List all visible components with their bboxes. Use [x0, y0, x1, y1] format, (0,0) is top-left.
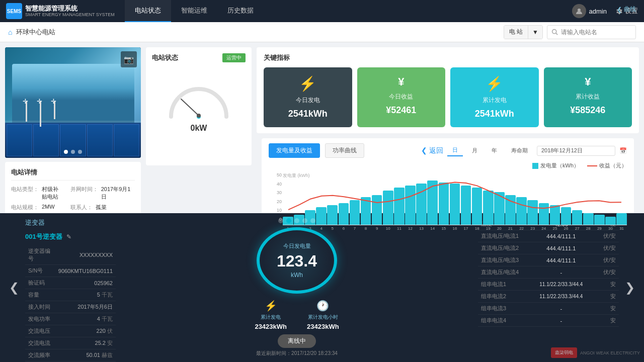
search-input[interactable]: [561, 29, 631, 36]
top-navigation: SEMS 智慧能源管理系统 SMART ENERGY MANAGEMENT SY…: [0, 0, 644, 22]
table-row: 接入时间 2017年5月6日: [25, 301, 116, 313]
metric-icon-2: ⚡: [486, 75, 503, 92]
inv-metric-value-1: 444.4/111.1: [528, 230, 594, 242]
inv-dot-3[interactable]: [294, 218, 299, 223]
inv-metric-unit-3: 伏/安: [594, 254, 619, 266]
inverter-edit-btn[interactable]: ✎: [66, 233, 71, 240]
home-icon: ⌂: [8, 28, 12, 36]
inv-metric-label-4: 直流电压/电流4: [478, 266, 528, 279]
gauge-display-value: 0kW: [191, 124, 207, 133]
metric-value-3: ¥585246: [570, 105, 605, 116]
metric-icon-0: ⚡: [299, 75, 316, 92]
chart-controls: ❮ 返回 日 月 年 寿命期 📅: [421, 145, 627, 156]
inv-cumpower-label: 累计发电: [261, 314, 281, 321]
inv-field-label-4: 接入时间: [25, 301, 55, 313]
metrics-card: 关键指标 ⚡ 今日发电 2541kWh ¥ 今日收益 ¥52461 ⚡ 累计发电: [257, 47, 639, 133]
inv-metric-unit-4: 伏/安: [594, 266, 619, 279]
y-axis: 50403020100: [269, 172, 282, 222]
inv-metric-label-2: 直流电压/电流2: [478, 242, 528, 254]
table-row: 组串电流4 - 安: [478, 315, 619, 327]
chart-tab-power[interactable]: 发电量及收益: [269, 143, 320, 158]
metric-label-1: 今日收益: [389, 93, 413, 101]
x-label-26: 27: [572, 226, 583, 231]
image-dot-3[interactable]: [78, 150, 82, 154]
chart-tab-power-curve[interactable]: 功率曲线: [325, 143, 364, 158]
date-picker[interactable]: [537, 146, 615, 156]
user-menu[interactable]: admin: [572, 4, 607, 18]
inverter-bottom-stats: ⚡ 累计发电 23423kWh 🕐 累计发电小时 23423kWh: [255, 300, 339, 330]
offline-btn[interactable]: 离线中: [278, 334, 316, 348]
inv-metric-label-6: 组串电流2: [478, 291, 528, 303]
inverter-name: 001号逆变器: [25, 232, 62, 241]
inv-field-value-3: 5: [97, 292, 100, 298]
station-select[interactable]: 电 站 ▼: [504, 25, 543, 39]
x-label-17: 18: [472, 226, 482, 231]
watermark: 盎柒弱电 ANGOI WEAK ELECTRICITY: [551, 347, 640, 358]
image-dot-1[interactable]: [64, 150, 68, 154]
inverter-gauge-label: 今日发电量: [283, 242, 311, 250]
bar-22: [527, 200, 538, 225]
inv-field-value-2: 025962: [55, 277, 116, 289]
table-row: 直流电压/电流1 444.4/111.1 伏/安: [478, 230, 619, 242]
metrics-grid: ⚡ 今日发电 2541kWh ¥ 今日收益 ¥52461 ⚡ 累计发电 2541…: [264, 67, 632, 127]
metric-total-power: ⚡ 累计发电 2541kWh: [450, 67, 539, 127]
chart-back-btn[interactable]: ❮ 返回: [421, 146, 443, 155]
camera-icon: 📷: [121, 51, 137, 67]
x-label-18: 19: [483, 226, 494, 231]
inv-dot-2[interactable]: [286, 218, 291, 223]
field-value-0: 村级补贴电站: [42, 186, 62, 201]
metric-label-0: 今日发电: [296, 96, 320, 105]
time-btn-month[interactable]: 月: [467, 145, 482, 156]
inv-cumhours-label: 累计发电小时: [308, 314, 338, 321]
station-status-card: 电站状态 运营中 0kW: [146, 47, 252, 165]
inv-field-unit-3: 千瓦: [102, 292, 113, 298]
inv-metric-value-4: -: [528, 266, 594, 279]
x-label-28: 29: [594, 226, 605, 231]
metric-today-power: ⚡ 今日发电 2541kWh: [264, 67, 352, 127]
breadcrumb-bar: ⌂ 环球中心电站 电 站 ▼: [0, 22, 644, 42]
table-row: 组串电流1 11.1/22.2/33.3/44.4 安: [478, 279, 619, 291]
x-label-21: 22: [516, 226, 527, 231]
inv-field-value-6: 220: [97, 328, 106, 334]
calendar-icon[interactable]: 📅: [619, 147, 627, 154]
inverter-center-panel: 今日发电量 123.4 kWh ⚡ 累计发电 23423kWh 🕐 累计发电小时…: [121, 218, 473, 357]
image-dot-2[interactable]: [71, 150, 75, 154]
bar-19: [494, 192, 505, 225]
left-panel: ✛ ✛ ✛ 📷 电站详情 电站类型： 村级补贴电站: [5, 47, 141, 208]
time-btn-year[interactable]: 年: [487, 145, 502, 156]
inv-field-label-6: 交流电压: [25, 325, 55, 337]
inv-dot-5[interactable]: [310, 218, 315, 223]
x-label-23: 24: [539, 226, 549, 231]
inv-metric-label-3: 直流电压/电流3: [478, 254, 528, 266]
station-details-title: 电站详情: [11, 168, 135, 180]
gauge-svg: [161, 71, 236, 122]
x-label-24: 25: [550, 226, 560, 231]
time-btn-lifetime[interactable]: 寿命期: [506, 145, 533, 156]
metrics-panel: 关键指标 ⚡ 今日发电 2541kWh ¥ 今日收益 ¥52461 ⚡ 累计发电: [257, 47, 639, 208]
status-badge: 运营中: [222, 53, 246, 62]
inverter-next-btn[interactable]: ❯: [624, 281, 636, 295]
field-value-3: 孤菜: [96, 204, 107, 211]
station-dropdown-btn[interactable]: ▼: [528, 26, 542, 39]
inv-field-label-8: 交流频率: [25, 349, 55, 361]
inverter-gauge: 今日发电量 123.4 kWh: [257, 227, 337, 294]
curve-btn[interactable]: ❮ 曲线: [617, 5, 636, 14]
time-btn-day[interactable]: 日: [447, 145, 463, 156]
logo-main-text: 智慧能源管理系统: [25, 5, 115, 13]
nav-tab-history[interactable]: 历史数据: [217, 0, 264, 22]
inv-field-label-3: 容量: [25, 289, 55, 301]
station-detail-contact: 联系人： 孤菜: [70, 204, 135, 211]
inv-dot-1[interactable]: [278, 218, 283, 223]
nav-tab-station-status[interactable]: 电站状态: [125, 0, 171, 22]
inverter-details-table: 逆变器编号 XXXXXXXXX S/N号 9060KMTU16BG0111 验证…: [25, 245, 116, 361]
logo-icon: SEMS: [6, 3, 22, 19]
x-label-29: 30: [605, 226, 616, 231]
table-row: S/N号 9060KMTU16BG0111: [25, 265, 116, 277]
nav-tab-smart-ops[interactable]: 智能运维: [171, 0, 217, 22]
inv-metric-label-7: 组串电流3: [478, 303, 528, 315]
main-content: ✛ ✛ ✛ 📷 电站详情 电站类型： 村级补贴电站: [0, 42, 644, 362]
inv-dot-4[interactable]: [302, 218, 307, 223]
x-label-30: 31: [616, 226, 627, 231]
inverter-prev-btn[interactable]: ❮: [8, 281, 20, 295]
breadcrumb: ⌂ 环球中心电站: [8, 28, 55, 37]
